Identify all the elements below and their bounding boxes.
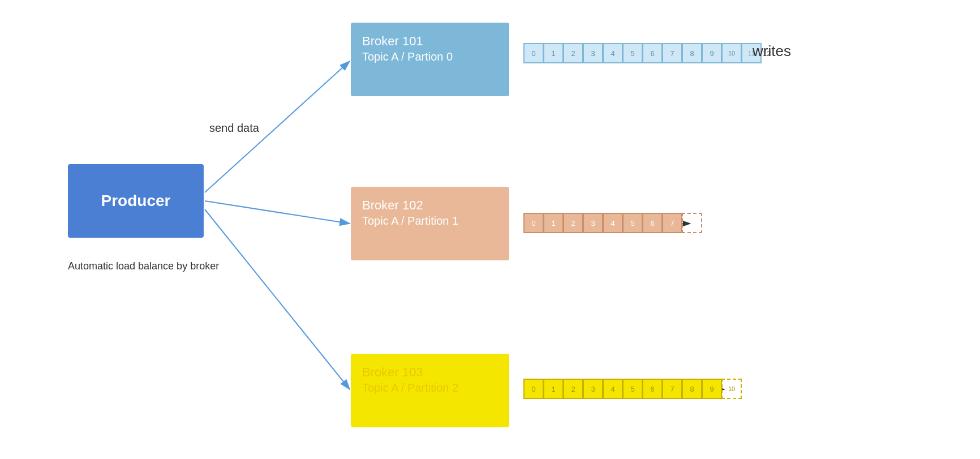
broker-101-subtitle: Topic A / Partion 0 bbox=[362, 50, 498, 63]
cell-101-3: 3 bbox=[583, 43, 603, 63]
cell-101-4: 4 bbox=[603, 43, 623, 63]
writes-label: writes bbox=[753, 42, 791, 60]
cell-103-1: 1 bbox=[543, 379, 564, 399]
cell-102-5: 5 bbox=[622, 213, 643, 233]
cell-102-7: 7 bbox=[662, 213, 682, 233]
cell-102-2: 2 bbox=[563, 213, 583, 233]
load-balance-label: Automatic load balance by broker bbox=[68, 260, 219, 272]
partition-row-103: 0 1 2 3 4 5 6 7 8 9 10 bbox=[523, 379, 741, 399]
broker-103-title: Broker 103 bbox=[362, 364, 498, 381]
cell-101-2: 2 bbox=[563, 43, 583, 63]
cell-103-2: 2 bbox=[563, 379, 583, 399]
broker-102-title: Broker 102 bbox=[362, 197, 498, 215]
cell-102-6: 6 bbox=[642, 213, 663, 233]
cell-102-3: 3 bbox=[583, 213, 603, 233]
broker-102-subtitle: Topic A / Partition 1 bbox=[362, 215, 498, 228]
broker-103-subtitle: Topic A / Partition 2 bbox=[362, 381, 498, 394]
cell-101-6: 6 bbox=[642, 43, 663, 63]
producer-label: Producer bbox=[101, 192, 171, 210]
cell-103-0: 0 bbox=[523, 379, 544, 399]
cell-101-10: 10 bbox=[721, 43, 742, 63]
cell-103-4: 4 bbox=[603, 379, 623, 399]
cell-103-7: 7 bbox=[662, 379, 682, 399]
cell-103-8: 8 bbox=[682, 379, 702, 399]
broker-101-title: Broker 101 bbox=[362, 33, 498, 50]
cell-103-5: 5 bbox=[622, 379, 643, 399]
broker-103-box: Broker 103 Topic A / Partition 2 bbox=[351, 354, 509, 427]
cell-101-0: 0 bbox=[523, 43, 544, 63]
cell-101-1: 1 bbox=[543, 43, 564, 63]
cell-103-3: 3 bbox=[583, 379, 603, 399]
cell-102-4: 4 bbox=[603, 213, 623, 233]
cell-102-0: 0 bbox=[523, 213, 544, 233]
broker-102-box: Broker 102 Topic A / Partition 1 bbox=[351, 187, 509, 260]
partition-row-102: 0 1 2 3 4 5 6 7 8 bbox=[523, 213, 702, 233]
cell-103-6: 6 bbox=[642, 379, 663, 399]
cell-101-9: 9 bbox=[702, 43, 722, 63]
cell-103-next: 10 bbox=[721, 379, 742, 399]
cell-102-next: 8 bbox=[682, 213, 702, 233]
diagram: Producer send data Automatic load balanc… bbox=[0, 0, 980, 459]
partition-row-101: 0 1 2 3 4 5 6 7 8 9 10 11 12 bbox=[523, 43, 771, 63]
cell-102-1: 1 bbox=[543, 213, 564, 233]
svg-line-4 bbox=[205, 209, 350, 389]
producer-box: Producer bbox=[68, 164, 204, 238]
cell-103-9: 9 bbox=[702, 379, 722, 399]
send-data-label: send data bbox=[209, 122, 259, 135]
broker-101-box: Broker 101 Topic A / Partion 0 bbox=[351, 23, 509, 96]
cell-101-8: 8 bbox=[682, 43, 702, 63]
cell-101-7: 7 bbox=[662, 43, 682, 63]
cell-101-5: 5 bbox=[622, 43, 643, 63]
svg-line-3 bbox=[205, 201, 350, 224]
